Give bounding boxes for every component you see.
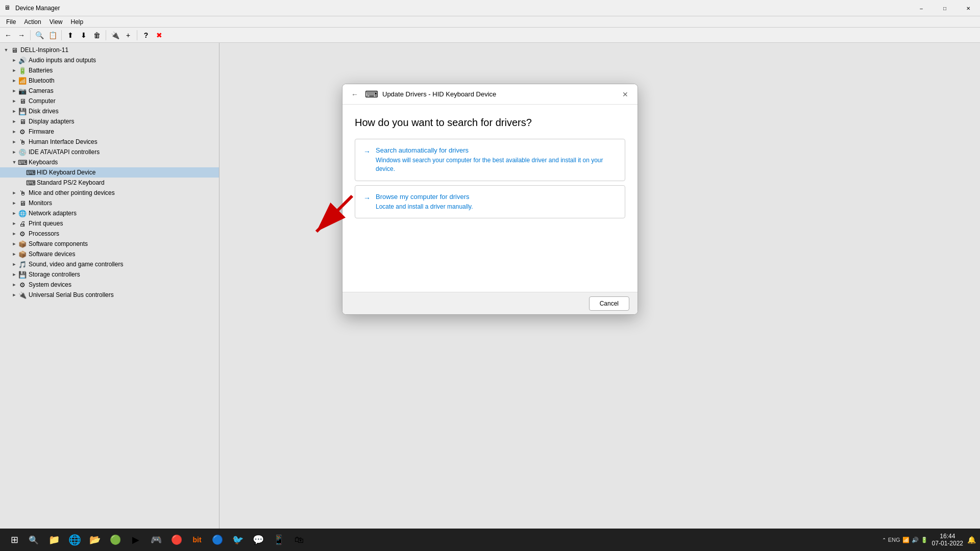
cancel-button[interactable]: Cancel bbox=[589, 296, 629, 311]
dialog-title-icon: ⌨ bbox=[365, 89, 378, 100]
window-controls: – □ ✕ bbox=[910, 0, 980, 16]
rollback-button[interactable]: ⬇ bbox=[78, 29, 90, 41]
delete-button[interactable]: ✖ bbox=[153, 29, 165, 41]
dialog-close-button[interactable]: ✕ bbox=[617, 86, 633, 103]
tray-lang: ENG bbox=[888, 537, 900, 543]
browse-arrow-icon: → bbox=[363, 194, 371, 202]
dialog-footer: Cancel bbox=[342, 292, 638, 314]
menu-action[interactable]: Action bbox=[20, 17, 45, 27]
scan-button[interactable]: 🔌 bbox=[109, 29, 121, 41]
forward-button[interactable]: → bbox=[15, 29, 28, 41]
separator-4 bbox=[137, 30, 137, 40]
start-button[interactable]: ⊞ bbox=[4, 530, 24, 550]
time-display: 16:44 bbox=[940, 533, 955, 540]
title-bar: 🖥 Device Manager – □ ✕ bbox=[0, 0, 980, 16]
taskbar-pinned-icons: 📁 🌐 📂 🟢 ▶ 🎮 🔴 bit 🔵 🐦 💬 📱 🛍 bbox=[45, 531, 308, 549]
help-button[interactable]: ? bbox=[140, 29, 152, 41]
dialog-titlebar: ← ⌨ Update Drivers - HID Keyboard Device… bbox=[342, 84, 638, 105]
tray-wifi: 📶 bbox=[902, 537, 910, 543]
window-title: Device Manager bbox=[15, 5, 976, 12]
dialog-back-button[interactable]: ← bbox=[349, 88, 361, 101]
minimize-button[interactable]: – bbox=[910, 0, 933, 16]
uninstall-button[interactable]: 🗑 bbox=[91, 29, 103, 41]
taskbar-file-explorer[interactable]: 📁 bbox=[45, 531, 63, 549]
modal-backdrop: ← ⌨ Update Drivers - HID Keyboard Device… bbox=[0, 43, 980, 529]
menu-bar: File Action View Help bbox=[0, 16, 980, 28]
taskbar-bag[interactable]: 🛍 bbox=[290, 531, 308, 549]
taskbar-folder[interactable]: 📂 bbox=[86, 531, 104, 549]
maximize-button[interactable]: □ bbox=[933, 0, 957, 16]
notification-icon[interactable]: 🔔 bbox=[967, 536, 976, 544]
taskbar-lock[interactable]: 🔴 bbox=[167, 531, 186, 549]
taskbar-whatsapp[interactable]: 📱 bbox=[270, 531, 288, 549]
separator-1 bbox=[30, 30, 31, 40]
dialog-spacer bbox=[355, 222, 625, 284]
tray-chevron[interactable]: ⌃ bbox=[882, 537, 886, 543]
search-auto-desc: Windows will search your computer for th… bbox=[376, 156, 617, 173]
toolbar: ← → 🔍 📋 ⬆ ⬇ 🗑 🔌 + ? ✖ bbox=[0, 28, 980, 43]
taskbar-youtube[interactable]: ▶ bbox=[127, 531, 145, 549]
dialog-body: How do you want to search for drivers? →… bbox=[342, 105, 638, 292]
open-properties-button[interactable]: 🔍 bbox=[33, 29, 45, 41]
taskbar-twitter[interactable]: 🐦 bbox=[229, 531, 247, 549]
app-icon: 🖥 bbox=[4, 4, 12, 12]
search-automatically-option[interactable]: → Search automatically for drivers Windo… bbox=[355, 139, 625, 181]
dialog-heading: How do you want to search for drivers? bbox=[355, 117, 625, 129]
taskbar-blue-app[interactable]: 🔵 bbox=[208, 531, 227, 549]
taskbar-game[interactable]: 🎮 bbox=[147, 531, 165, 549]
add-hardware-button[interactable]: + bbox=[122, 29, 134, 41]
date-display: 07-01-2022 bbox=[932, 540, 963, 547]
menu-help[interactable]: Help bbox=[67, 17, 88, 27]
close-button[interactable]: ✕ bbox=[957, 0, 980, 16]
browse-title: Browse my computer for drivers bbox=[376, 193, 473, 201]
menu-file[interactable]: File bbox=[2, 17, 20, 27]
properties-button[interactable]: 📋 bbox=[46, 29, 59, 41]
search-auto-arrow-icon: → bbox=[363, 147, 371, 156]
dialog-title-text: Update Drivers - HID Keyboard Device bbox=[382, 90, 496, 98]
back-button[interactable]: ← bbox=[2, 29, 14, 41]
tray-sound: 🔊 bbox=[912, 537, 919, 543]
separator-2 bbox=[61, 30, 62, 40]
separator-3 bbox=[106, 30, 106, 40]
update-driver-button[interactable]: ⬆ bbox=[64, 29, 77, 41]
system-tray: ⌃ ENG 📶 🔊 🔋 bbox=[882, 537, 928, 543]
browse-desc: Locate and install a driver manually. bbox=[376, 203, 473, 211]
taskbar-chrome[interactable]: 🌐 bbox=[65, 531, 84, 549]
taskbar-green-app[interactable]: 🟢 bbox=[106, 531, 125, 549]
taskbar-chat[interactable]: 💬 bbox=[249, 531, 267, 549]
taskbar: ⊞ 🔍 📁 🌐 📂 🟢 ▶ 🎮 🔴 bit 🔵 🐦 💬 📱 🛍 ⌃ ENG 📶 … bbox=[0, 529, 980, 551]
search-auto-content: Search automatically for drivers Windows… bbox=[376, 146, 617, 173]
browse-computer-option[interactable]: → Browse my computer for drivers Locate … bbox=[355, 185, 625, 219]
update-drivers-dialog: ← ⌨ Update Drivers - HID Keyboard Device… bbox=[342, 84, 638, 315]
taskbar-bit[interactable]: bit bbox=[188, 531, 206, 549]
menu-view[interactable]: View bbox=[45, 17, 67, 27]
clock[interactable]: 16:44 07-01-2022 bbox=[932, 533, 963, 547]
tray-battery: 🔋 bbox=[921, 537, 928, 543]
search-auto-title: Search automatically for drivers bbox=[376, 146, 617, 154]
browse-content: Browse my computer for drivers Locate an… bbox=[376, 193, 473, 211]
search-button[interactable]: 🔍 bbox=[24, 531, 43, 549]
taskbar-right: ⌃ ENG 📶 🔊 🔋 16:44 07-01-2022 🔔 bbox=[882, 533, 976, 547]
